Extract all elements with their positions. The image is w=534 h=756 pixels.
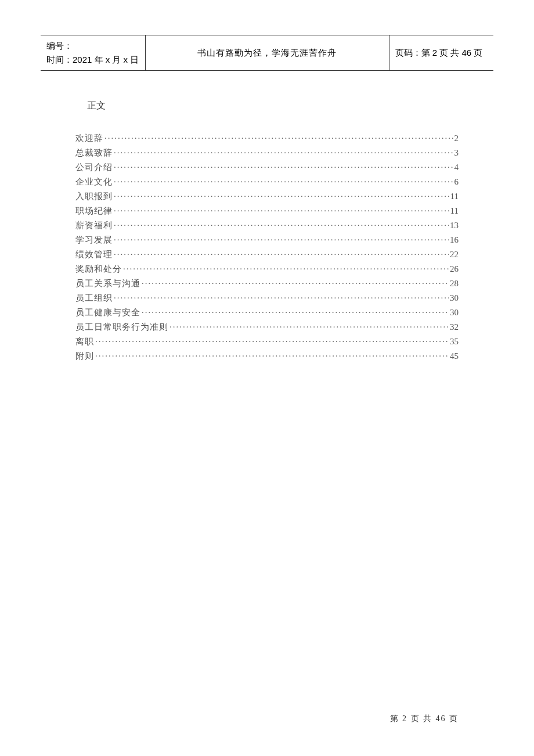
- toc-item-page: 22: [450, 250, 459, 260]
- toc-leader-dots: [114, 292, 449, 301]
- toc-leader-dots: [114, 176, 453, 185]
- toc-item[interactable]: 奖励和处分26: [75, 263, 459, 275]
- toc-leader-dots: [114, 147, 453, 156]
- toc-item-page: 6: [454, 177, 459, 187]
- toc-item-label: 员工健康与安全: [75, 307, 140, 318]
- toc-item-label: 总裁致辞: [75, 147, 113, 159]
- toc-item-label: 企业文化: [75, 177, 113, 188]
- toc-item-page: 45: [450, 351, 459, 361]
- toc-item-page: 3: [454, 148, 459, 158]
- toc-leader-dots: [114, 161, 453, 170]
- toc-item[interactable]: 员工健康与安全30: [75, 307, 459, 318]
- toc-item[interactable]: 学习发展16: [75, 234, 459, 246]
- toc-leader-dots: [142, 307, 449, 315]
- toc-leader-dots: [142, 278, 449, 286]
- doc-time-label: 时间：2021 年 x 月 x 日: [46, 53, 139, 67]
- toc-item-page: 16: [450, 235, 459, 245]
- header-center-cell: 书山有路勤为径，学海无涯苦作舟: [145, 35, 389, 71]
- toc-item-label: 员工日常职务行为准则: [75, 322, 168, 333]
- toc-leader-dots: [123, 263, 449, 272]
- toc-item[interactable]: 离职35: [75, 336, 459, 347]
- toc-item-label: 员工组织: [75, 293, 113, 304]
- toc-item-label: 学习发展: [75, 235, 113, 246]
- header-table: 编号： 时间：2021 年 x 月 x 日 书山有路勤为径，学海无涯苦作舟 页码…: [41, 35, 493, 71]
- toc-item-label: 离职: [75, 336, 94, 347]
- toc-leader-dots: [114, 190, 449, 199]
- toc-leader-dots: [114, 249, 449, 257]
- header-right-cell: 页码：第 2 页 共 46 页: [389, 35, 493, 71]
- toc-leader-dots: [114, 219, 449, 228]
- header-quote: 书山有路勤为径，学海无涯苦作舟: [197, 48, 337, 57]
- toc-item[interactable]: 入职报到11: [75, 190, 459, 202]
- toc-item-label: 附则: [75, 351, 94, 362]
- toc-item[interactable]: 员工组织30: [75, 292, 459, 304]
- toc-item[interactable]: 员工日常职务行为准则32: [75, 321, 459, 333]
- header-page-info: 页码：第 2 页 共 46 页: [395, 48, 483, 57]
- document-page: 编号： 时间：2021 年 x 月 x 日 书山有路勤为径，学海无涯苦作舟 页码…: [0, 0, 534, 756]
- toc-item-page: 2: [454, 134, 459, 143]
- toc-item-page: 13: [450, 221, 459, 231]
- toc-item-label: 职场纪律: [75, 206, 113, 217]
- toc-item-page: 11: [450, 192, 459, 201]
- toc-item-label: 员工关系与沟通: [75, 278, 140, 289]
- toc-leader-dots: [114, 205, 449, 214]
- table-of-contents: 欢迎辞2总裁致辞3公司介绍4企业文化6入职报到11职场纪律11薪资福利13学习发…: [75, 132, 459, 362]
- doc-number-label: 编号：: [46, 39, 139, 53]
- toc-item-page: 32: [450, 322, 459, 332]
- toc-leader-dots: [95, 350, 449, 359]
- toc-leader-dots: [104, 132, 453, 141]
- toc-item-page: 11: [450, 206, 459, 216]
- toc-item-page: 30: [450, 308, 459, 318]
- toc-item-page: 30: [450, 293, 459, 303]
- toc-item[interactable]: 职场纪律11: [75, 205, 459, 217]
- toc-item-label: 欢迎辞: [75, 133, 103, 144]
- toc-item[interactable]: 总裁致辞3: [75, 147, 459, 159]
- toc-leader-dots: [95, 336, 449, 344]
- toc-item[interactable]: 欢迎辞2: [75, 132, 459, 144]
- toc-item[interactable]: 薪资福利13: [75, 219, 459, 231]
- toc-item-page: 28: [450, 279, 459, 289]
- toc-item-label: 入职报到: [75, 191, 113, 202]
- toc-item[interactable]: 公司介绍4: [75, 161, 459, 173]
- toc-item[interactable]: 员工关系与沟通28: [75, 278, 459, 289]
- toc-item-label: 奖励和处分: [75, 264, 122, 275]
- toc-item-label: 绩效管理: [75, 249, 113, 260]
- toc-item-page: 26: [450, 264, 459, 274]
- section-title: 正文: [87, 100, 459, 112]
- toc-leader-dots: [114, 234, 449, 243]
- toc-item-page: 35: [450, 337, 459, 347]
- toc-item[interactable]: 附则45: [75, 350, 459, 362]
- header-left-cell: 编号： 时间：2021 年 x 月 x 日: [41, 35, 145, 71]
- toc-item-label: 薪资福利: [75, 220, 113, 231]
- toc-item-label: 公司介绍: [75, 162, 113, 173]
- toc-item[interactable]: 绩效管理22: [75, 249, 459, 260]
- body-content: 正文 欢迎辞2总裁致辞3公司介绍4企业文化6入职报到11职场纪律11薪资福利13…: [41, 100, 493, 362]
- toc-item-page: 4: [454, 163, 459, 172]
- page-footer: 第 2 页 共 46 页: [390, 714, 459, 724]
- toc-leader-dots: [169, 321, 449, 330]
- toc-item[interactable]: 企业文化6: [75, 176, 459, 188]
